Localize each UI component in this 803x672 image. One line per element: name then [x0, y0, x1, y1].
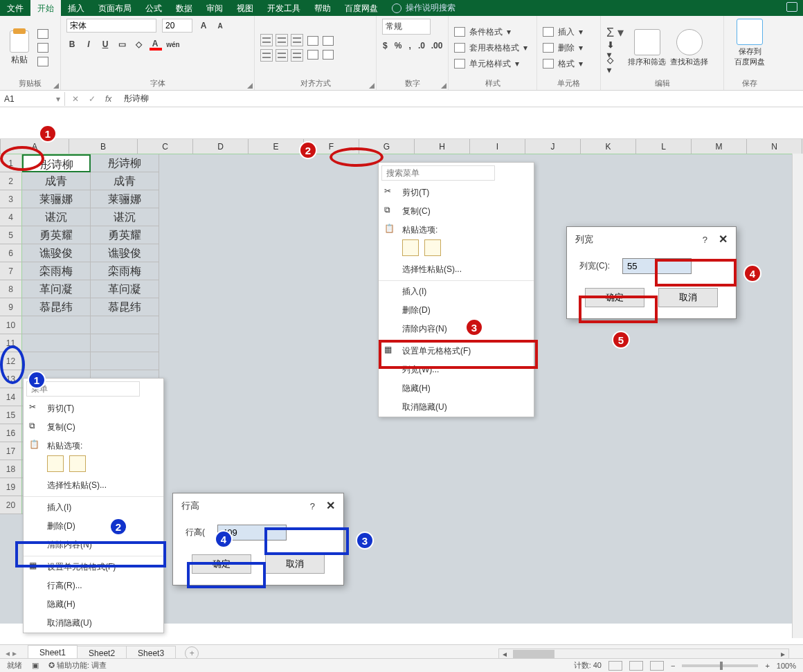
tab-help[interactable]: 帮助	[307, 0, 338, 16]
tab-home[interactable]: 开始	[30, 0, 61, 16]
vertical-scrollbar[interactable]	[792, 154, 803, 638]
col-header-j[interactable]: J	[525, 139, 581, 154]
copy-icon[interactable]	[37, 43, 48, 53]
row-header-17[interactable]: 17	[0, 442, 22, 460]
bold-button[interactable]: B	[66, 39, 78, 50]
ctx-clear[interactable]: 清除内容(N)	[379, 320, 534, 338]
align-top-right[interactable]	[291, 34, 303, 46]
paste-opt-4[interactable]	[69, 455, 86, 472]
tab-data[interactable]: 数据	[169, 0, 199, 16]
ctx-paste-special[interactable]: 选择性粘贴(S)...	[379, 260, 534, 279]
confirm-edit-icon[interactable]: ✓	[89, 94, 96, 104]
col-header-d[interactable]: D	[193, 139, 249, 154]
cancel-edit-icon[interactable]: ✕	[72, 94, 79, 104]
cell[interactable]: 栾雨梅	[22, 262, 91, 280]
tab-review[interactable]: 审阅	[199, 0, 230, 16]
row-header-2[interactable]: 2	[0, 172, 22, 190]
cell[interactable]: 革问凝	[22, 280, 91, 298]
fill-icon[interactable]: ⬇ ▾	[606, 44, 617, 55]
col-header-b[interactable]: B	[69, 139, 138, 154]
row-header-20[interactable]: 20	[0, 496, 22, 514]
ctx2-unhide[interactable]: 取消隐藏(U)	[24, 614, 163, 633]
page-break-view-icon[interactable]	[650, 661, 664, 671]
save-baidu-button[interactable]: 保存到 百度网盘	[730, 19, 770, 77]
align-bottom-left[interactable]	[260, 49, 273, 62]
cell[interactable]: 革问凝	[91, 280, 159, 298]
number-launcher-icon[interactable]	[441, 83, 446, 89]
ctx2-hide[interactable]: 隐藏(H)	[24, 595, 163, 614]
decrease-decimal-icon[interactable]: .00	[431, 40, 442, 51]
dlg-row-cancel-button[interactable]: 取消	[265, 554, 325, 574]
tab-formula[interactable]: 公式	[138, 0, 169, 16]
table-format-button[interactable]: 套用表格格式▾	[454, 42, 531, 54]
ctx2-paste-special[interactable]: 选择性粘贴(S)...	[24, 476, 163, 495]
context-search-input[interactable]	[381, 165, 495, 181]
tab-nav-prev-icon[interactable]: ◂	[6, 648, 10, 658]
border-button[interactable]: ▭	[116, 39, 127, 50]
comma-icon[interactable]: ,	[408, 40, 412, 51]
cell[interactable]: 莱骊娜	[91, 190, 159, 208]
percent-icon[interactable]: %	[394, 40, 403, 51]
align-bottom-right[interactable]	[291, 49, 303, 62]
cell[interactable]: 彤诗柳	[91, 154, 159, 172]
cell-style-button[interactable]: 单元格样式▾	[454, 58, 531, 70]
row-header-14[interactable]: 14	[0, 388, 22, 406]
tab-nav-next-icon[interactable]: ▸	[12, 648, 17, 658]
currency-icon[interactable]: $	[382, 40, 388, 51]
scroll-right-icon[interactable]: ▸	[777, 649, 788, 659]
row-header-5[interactable]: 5	[0, 226, 22, 244]
normal-view-icon[interactable]	[608, 661, 622, 671]
cell[interactable]: 谯骏俊	[22, 244, 91, 262]
cell[interactable]: 谯骏俊	[91, 244, 159, 262]
ctx2-row-height[interactable]: 行高(R)...	[24, 576, 163, 595]
cell[interactable]: 栾雨梅	[91, 262, 159, 280]
row-header-10[interactable]: 10	[0, 316, 22, 334]
cell[interactable]: 莱骊娜	[22, 190, 91, 208]
format-painter-icon[interactable]	[37, 57, 48, 66]
orientation-icon[interactable]	[307, 36, 318, 46]
phonetic-button[interactable]: wén	[168, 39, 179, 50]
name-box[interactable]: A1 ▾	[0, 92, 65, 106]
name-box-dropdown-icon[interactable]: ▾	[56, 94, 60, 104]
fill-color-button[interactable]: ◇	[133, 39, 144, 50]
number-format-select[interactable]: 常规	[382, 19, 431, 35]
col-header-i[interactable]: I	[470, 139, 525, 154]
col-header-l[interactable]: L	[636, 139, 692, 154]
ctx-hide[interactable]: 隐藏(H)	[379, 379, 534, 398]
dlg-col-cancel-button[interactable]: 取消	[658, 288, 718, 307]
row-header-9[interactable]: 9	[0, 298, 22, 316]
cell[interactable]: 谌沉	[91, 208, 159, 226]
cell[interactable]	[22, 334, 91, 352]
underline-button[interactable]: U	[100, 39, 111, 50]
col-header-k[interactable]: K	[581, 139, 636, 154]
cell[interactable]	[91, 316, 159, 334]
sort-filter-button[interactable]: 排序和筛选	[628, 29, 666, 67]
ctx-unhide[interactable]: 取消隐藏(U)	[379, 398, 534, 417]
record-macro-icon[interactable]: ▣	[32, 661, 39, 670]
cell[interactable]	[22, 352, 91, 370]
cut-icon[interactable]	[37, 29, 48, 39]
delete-cells-button[interactable]: 删除▾	[543, 42, 595, 54]
cell[interactable]: 勇英耀	[22, 226, 91, 244]
comment-icon[interactable]	[786, 2, 797, 12]
align-top-left[interactable]	[260, 34, 273, 46]
cell[interactable]	[22, 316, 91, 334]
zoom-out-icon[interactable]: −	[671, 662, 675, 670]
indent-icon[interactable]	[307, 50, 318, 60]
scroll-left-icon[interactable]: ◂	[499, 649, 510, 659]
cell[interactable]	[91, 334, 159, 352]
clipboard-launcher-icon[interactable]	[53, 83, 59, 89]
font-size-input[interactable]	[162, 19, 192, 33]
paste-opt-2[interactable]	[424, 239, 441, 256]
font-name-input[interactable]	[66, 19, 156, 33]
dlg-col-close-icon[interactable]: ✕	[719, 233, 728, 245]
dlg-col-help-icon[interactable]: ?	[703, 235, 707, 245]
ctx2-copy[interactable]: ⧉复制(C)	[24, 418, 163, 437]
cell[interactable]: 慕昆纬	[22, 298, 91, 316]
ctx2-cut[interactable]: ✂剪切(T)	[24, 399, 163, 418]
increase-font-icon[interactable]: A	[198, 20, 209, 31]
format-cells-button[interactable]: 格式▾	[543, 58, 595, 70]
font-color-button[interactable]: A	[150, 38, 162, 51]
row-header-8[interactable]: 8	[0, 280, 22, 298]
formula-bar-value[interactable]: 彤诗柳	[118, 93, 154, 105]
